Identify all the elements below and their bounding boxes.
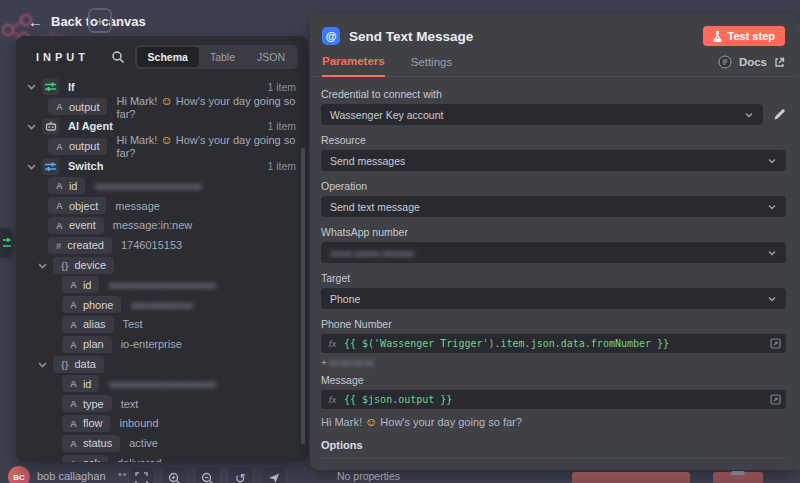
item-count: 1 item bbox=[267, 81, 308, 93]
add-node-button[interactable]: + bbox=[88, 8, 112, 33]
tidy-up-button[interactable] bbox=[260, 466, 287, 483]
chevron-down-icon[interactable] bbox=[26, 161, 37, 172]
schema-field-row[interactable]: Aoutput Hi Mark! ☺ How's your day going … bbox=[16, 136, 308, 156]
tab-json[interactable]: JSON bbox=[246, 47, 296, 67]
schema-tree: If 1 item Aoutput Hi Mark! ☺ How's your … bbox=[16, 77, 308, 462]
undo-icon: ↺ bbox=[235, 472, 246, 483]
field-key: id bbox=[83, 279, 92, 291]
chevron-down-icon[interactable] bbox=[37, 260, 48, 271]
field-key: id bbox=[69, 180, 78, 192]
credential-select[interactable]: Wassenger Key account bbox=[321, 104, 763, 125]
field-value-redacted: ●●●●●●●●●●●●●●●●●●● bbox=[94, 180, 201, 192]
field-key: flow bbox=[83, 417, 103, 429]
object-icon: {} bbox=[61, 359, 68, 370]
schema-field-row[interactable]: Aflow inbound bbox=[16, 414, 308, 434]
field-value: text bbox=[121, 398, 139, 410]
input-panel-scrollbar[interactable] bbox=[301, 148, 305, 444]
undo-button[interactable]: ↺ bbox=[227, 466, 254, 483]
avatar[interactable]: BC bbox=[8, 466, 30, 483]
chevron-down-icon bbox=[744, 110, 754, 120]
field-label: WhatsApp number bbox=[321, 226, 786, 238]
node-label: Switch bbox=[68, 160, 103, 172]
search-icon[interactable] bbox=[111, 50, 125, 64]
schema-field-row[interactable]: Aevent message:in:new bbox=[16, 216, 308, 236]
chevron-down-icon[interactable] bbox=[26, 81, 37, 92]
edit-credential-icon[interactable] bbox=[773, 108, 786, 121]
field-value: 1746015153 bbox=[121, 239, 182, 251]
schema-field-row[interactable]: Aobject message bbox=[16, 196, 308, 216]
schema-field-row[interactable]: #created 1746015153 bbox=[16, 235, 308, 255]
schema-field-row[interactable]: Aoutput Hi Mark! ☺ How's your day going … bbox=[16, 97, 308, 117]
field-key: data bbox=[74, 358, 95, 370]
back-to-canvas-button[interactable]: ← Back to canvas bbox=[28, 14, 146, 29]
tab-settings[interactable]: Settings bbox=[411, 56, 453, 76]
chevron-down-icon[interactable] bbox=[26, 121, 37, 132]
field-label: Target bbox=[321, 272, 786, 284]
plus-icon: + bbox=[96, 12, 105, 29]
smiley-emoji: ☺ bbox=[160, 94, 172, 108]
field-label: Credential to connect with bbox=[321, 88, 786, 100]
wassenger-icon: @ bbox=[322, 27, 340, 45]
schema-field-row[interactable]: Aplan io-enterprise bbox=[16, 334, 308, 354]
tab-table[interactable]: Table bbox=[199, 47, 246, 67]
chevron-down-icon bbox=[767, 294, 777, 304]
field-value-redacted: ●●●●●●●●●●● bbox=[130, 299, 192, 311]
type-string-icon: A bbox=[70, 378, 77, 389]
target-select[interactable]: Phone bbox=[321, 288, 786, 309]
whatsapp-number-select[interactable]: ●●●● ●●●●● ●●●●●● bbox=[321, 242, 786, 263]
tab-schema[interactable]: Schema bbox=[137, 47, 199, 67]
field-value: message:in:new bbox=[113, 219, 193, 231]
tab-parameters[interactable]: Parameters bbox=[322, 55, 385, 77]
external-link-icon[interactable] bbox=[774, 57, 785, 68]
if-node-mini-icon bbox=[3, 237, 11, 249]
expand-expression-icon[interactable] bbox=[770, 338, 781, 349]
tree-object-device[interactable]: {}device bbox=[16, 255, 308, 275]
node-label: AI Agent bbox=[68, 120, 113, 132]
docs-link[interactable]: Docs bbox=[739, 56, 767, 68]
back-arrow-icon: ← bbox=[28, 15, 43, 29]
message-expression-input[interactable]: fx {{ $json.output }} bbox=[321, 390, 786, 409]
field-value: delivered bbox=[117, 457, 162, 462]
chevron-down-icon[interactable] bbox=[37, 359, 48, 370]
operation-select[interactable]: Send text message bbox=[321, 196, 786, 217]
field-key: output bbox=[69, 140, 100, 152]
schema-field-row[interactable]: Aid ●●●●●●●●●●●●●●●●●●● bbox=[16, 374, 308, 394]
switch-node-icon bbox=[42, 158, 59, 175]
phone-number-expression-input[interactable]: fx {{ $('Wassenger Trigger').item.json.d… bbox=[321, 334, 786, 353]
field-value: active bbox=[129, 437, 158, 449]
resource-select[interactable]: Send messages bbox=[321, 150, 786, 171]
schema-field-row[interactable]: Aid ●●●●●●●●●●●●●●●●●●● bbox=[16, 275, 308, 295]
docs-book-icon[interactable] bbox=[718, 55, 732, 69]
field-key: id bbox=[83, 378, 92, 390]
test-step-button[interactable]: Test step bbox=[703, 26, 785, 46]
schema-field-row[interactable]: Aphone ●●●●●●●●●●● bbox=[16, 295, 308, 315]
collapsed-node-tab[interactable] bbox=[0, 228, 11, 257]
type-string-icon: A bbox=[70, 458, 77, 462]
field-key: status bbox=[83, 437, 112, 449]
schema-field-row[interactable]: Astatus active bbox=[16, 433, 308, 453]
options-section-header: Options bbox=[321, 439, 786, 459]
field-key: phone bbox=[83, 299, 114, 311]
zoom-out-button[interactable] bbox=[194, 466, 221, 483]
field-label: Resource bbox=[321, 134, 786, 146]
field-value: inbound bbox=[119, 417, 158, 429]
field-key: plan bbox=[83, 338, 104, 350]
node-details-panel: @ Send Text Message Test step Parameters… bbox=[310, 14, 797, 470]
schema-field-row[interactable]: Aid ●●●●●●●●●●●●●●●●●●● bbox=[16, 176, 308, 196]
schema-field-row[interactable]: Aalias Test bbox=[16, 315, 308, 335]
chevron-down-icon bbox=[767, 156, 777, 166]
field-key: type bbox=[83, 398, 104, 410]
type-string-icon: A bbox=[70, 279, 77, 290]
schema-field-row[interactable]: Atype text bbox=[16, 394, 308, 414]
type-string-icon: A bbox=[70, 438, 77, 449]
tree-object-data[interactable]: {}data bbox=[16, 354, 308, 374]
type-string-icon: A bbox=[70, 299, 77, 310]
field-key: ack bbox=[83, 457, 100, 462]
zoom-in-button[interactable] bbox=[161, 466, 188, 483]
schema-field-row[interactable]: Aack delivered bbox=[16, 453, 308, 462]
field-value: Test bbox=[123, 318, 143, 330]
expand-expression-icon[interactable] bbox=[770, 394, 781, 405]
display-mode-switcher: Schema Table JSON bbox=[135, 45, 298, 69]
zoom-to-fit-button[interactable] bbox=[128, 466, 155, 483]
node-label: If bbox=[68, 81, 75, 93]
